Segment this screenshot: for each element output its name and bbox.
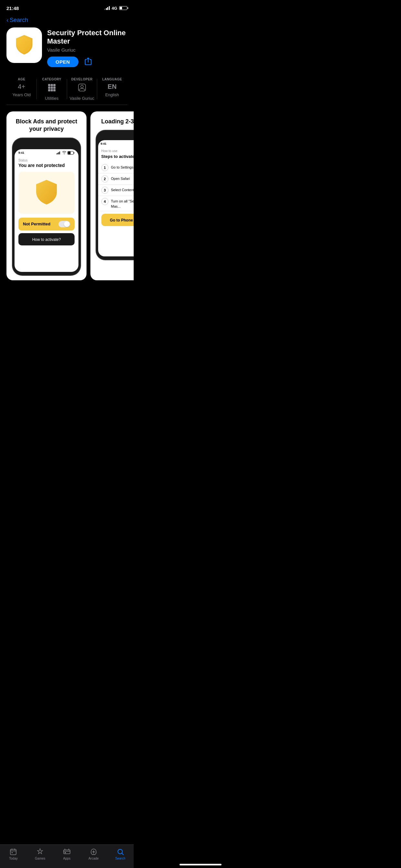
screenshot-2[interactable]: Loading 2-3 times 9:41 [90,112,134,280]
phone-status-icons-1 [57,151,74,155]
open-button[interactable]: OPEN [47,57,79,67]
meta-language-label: LANGUAGE [102,78,122,81]
toggle-switch[interactable] [58,221,70,227]
meta-age: AGE 4+ Years Old [6,78,37,101]
meta-developer-value: Vasile Guriuc [70,96,94,101]
phone-status-text-1: You are not protected [19,163,74,168]
developer-icon [78,83,87,94]
step-4: 4 Turn on all "Se Ad Online Mas... [98,196,134,211]
phone-screen-1: 9:41 [14,149,79,272]
phone-battery-icon-1 [67,151,74,155]
step-1-number: 1 [101,164,109,171]
step-4-text: Turn on all "Se Ad Online Mas... [111,198,134,209]
phone-status-bar-1: 9:41 [14,149,79,156]
phone-how-to-use: How to use [98,147,134,153]
meta-category-value: Utilities [45,96,58,101]
step-3-text: Select Content [111,187,134,192]
phone-status-bar-2: 9:41 [98,140,134,147]
phone-signal-icon-1 [57,151,61,154]
phone-screen-2: 9:41 [98,140,134,256]
meta-language-en: EN [107,83,117,90]
meta-developer-label: DEVELOPER [71,78,93,81]
battery-icon [119,6,127,10]
app-actions: OPEN [47,57,127,67]
meta-language-value: English [105,92,119,97]
phone-shield-1 [34,178,59,207]
svg-rect-6 [48,89,50,91]
app-header: Security Protect Online Master Vasile Gu… [0,27,134,73]
phone-time-2: 9:41 [101,142,106,145]
svg-rect-14 [59,151,60,154]
step-3-number: 3 [101,187,109,194]
svg-rect-0 [48,84,50,86]
phone-shield-container-1 [19,172,74,214]
screenshots-scroll[interactable]: Block Ads and protect your privacy 9:41 [0,112,134,280]
share-icon[interactable] [84,57,93,66]
phone-notch-1 [34,142,59,147]
phone-time-1: 9:41 [19,151,24,154]
shield-app-icon [13,34,35,57]
not-permitted-text: Not Permitted [23,221,50,226]
network-label: 4G [112,6,117,11]
svg-rect-5 [53,87,56,89]
phone-mockup-2: 9:41 [96,130,134,259]
phone-mockup-1: 9:41 [12,138,81,275]
goto-phone-btn[interactable]: Go to Phone Se... [101,214,134,226]
meta-row: AGE 4+ Years Old CATEGORY Util [6,73,127,105]
not-permitted-row: Not Permitted [19,218,74,230]
svg-rect-12 [58,153,58,154]
status-time: 21:48 [6,5,19,11]
meta-age-value: 4+ [18,83,25,90]
svg-rect-8 [53,89,56,91]
svg-rect-16 [68,151,71,154]
svg-rect-7 [51,89,53,91]
step-3: 3 Select Content [98,185,134,196]
activate-button[interactable]: How to activate? [19,233,74,245]
screenshot-1[interactable]: Block Ads and protect your privacy 9:41 [6,112,87,280]
svg-rect-2 [53,84,56,86]
step-2: 2 Open Safari [98,174,134,185]
svg-rect-3 [48,87,50,89]
app-title: Security Protect Online Master [47,29,127,46]
svg-rect-11 [57,153,57,154]
toggle-knob [64,221,70,227]
goto-phone-text: Go to Phone Se... [110,218,134,222]
meta-category-label: CATEGORY [42,78,61,81]
activate-text: How to activate? [32,237,61,242]
main-content: 21:48 4G ‹ Search [0,0,134,319]
step-4-number: 4 [101,198,109,205]
meta-language: LANGUAGE EN English [97,78,127,101]
app-info: Security Protect Online Master Vasile Gu… [47,27,127,67]
phone-notch-2 [115,134,134,139]
category-icon [47,83,56,94]
app-developer: Vasile Guriuc [47,47,127,53]
phone-steps-title: Steps to activate [98,153,134,162]
phone-wifi-icon-1 [62,151,66,154]
svg-rect-4 [51,87,53,89]
meta-age-label: AGE [18,78,25,81]
meta-category: CATEGORY Utilities [37,78,67,101]
phone-content-1: Status You are not protected [14,156,79,248]
screenshots-section: Block Ads and protect your privacy 9:41 [0,105,134,287]
back-navigation[interactable]: ‹ Search [0,14,134,27]
step-2-text: Open Safari [111,175,130,181]
phone-status-label-1: Status [19,159,74,162]
svg-point-10 [81,85,83,88]
app-icon [6,27,42,63]
meta-developer: DEVELOPER Vasile Guriuc [67,78,97,101]
step-1-text: Go to Settings [111,164,134,170]
status-icons: 4G [104,6,127,11]
status-bar: 21:48 4G [0,0,134,14]
step-2-number: 2 [101,175,109,182]
svg-rect-13 [58,152,59,154]
signal-bars-icon [104,6,110,10]
back-label: Search [10,17,28,24]
step-1: 1 Go to Settings [98,162,134,174]
meta-age-sub: Years Old [12,92,31,97]
screenshot-2-title: Loading 2-3 times [96,118,134,125]
svg-rect-1 [51,84,53,86]
back-chevron-icon: ‹ [6,17,8,24]
screenshot-1-title: Block Ads and protect your privacy [11,118,81,133]
